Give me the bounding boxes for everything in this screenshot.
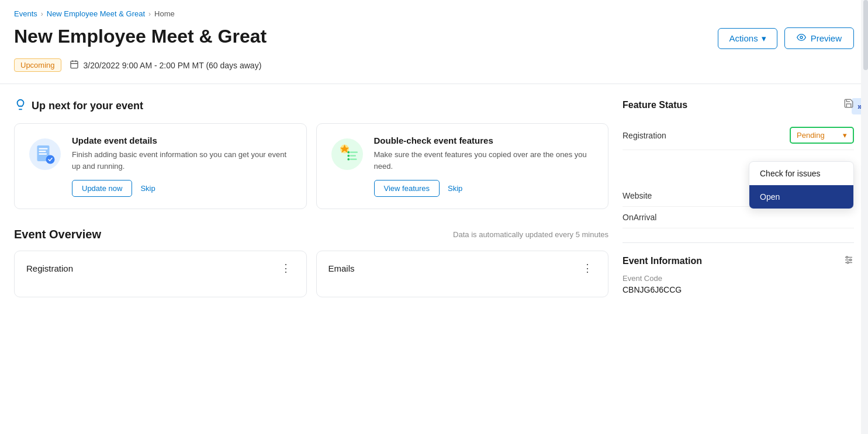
breadcrumb-sep-2: ›	[148, 10, 151, 18]
feature-status-header: Feature Status	[623, 98, 854, 112]
svg-point-23	[846, 256, 848, 258]
svg-rect-18	[350, 159, 357, 160]
preview-label: Preview	[811, 33, 842, 43]
svg-point-25	[847, 262, 849, 263]
scrollbar-area[interactable]	[861, 0, 868, 297]
registration-menu-button[interactable]: ⋮	[278, 262, 295, 275]
svg-point-0	[800, 36, 803, 39]
up-next-label: Up next for your event	[32, 100, 143, 112]
svg-rect-1	[71, 61, 78, 68]
event-info-header: Event Information	[623, 255, 854, 267]
feature-label-website: Website	[623, 191, 652, 200]
event-code-label: Event Code	[623, 274, 854, 283]
breadcrumb: Events › New Employee Meet & Great › Hom…	[0, 0, 868, 23]
status-row: Upcoming 3/20/2022 9:00 AM - 2:00 PM MT …	[0, 58, 868, 84]
skip-update-button[interactable]: Skip	[140, 184, 155, 193]
emails-menu-button[interactable]: ⋮	[580, 262, 596, 275]
event-date-text: 3/20/2022 9:00 AM - 2:00 PM MT (60 days …	[84, 61, 262, 70]
overview-title: Event Overview	[14, 228, 101, 241]
svg-point-10	[46, 155, 55, 164]
breadcrumb-current: Home	[154, 9, 175, 18]
sliders-icon	[843, 255, 854, 267]
breadcrumb-sep-1: ›	[41, 10, 43, 18]
task-update-title: Update event details	[72, 136, 295, 145]
task-update-content: Update event details Finish adding basic…	[72, 136, 295, 197]
update-now-button[interactable]: Update now	[72, 180, 132, 197]
svg-point-15	[347, 151, 350, 154]
overview-card-emails-header: Emails ⋮	[328, 262, 597, 275]
task-update-actions: Update now Skip	[72, 180, 295, 197]
overview-cards: Registration ⋮ Emails ⋮	[14, 251, 608, 297]
overview-card-registration-header: Registration ⋮	[26, 262, 295, 275]
feature-status-title: Feature Status	[623, 100, 687, 110]
task-card-features: Double-check event features Make sure th…	[316, 123, 609, 209]
task-features-desc: Make sure the event features you copied …	[374, 149, 597, 172]
auto-update-note: Data is automatically updated every 5 mi…	[453, 230, 608, 239]
svg-rect-9	[39, 154, 47, 155]
actions-label: Actions	[729, 33, 758, 43]
feature-status-section: Feature Status Registration Pending ▾	[623, 98, 854, 228]
page-title: New Employee Meet & Great	[14, 25, 267, 47]
overview-card-emails: Emails ⋮	[316, 251, 609, 297]
feature-row-registration: Registration Pending ▾	[623, 121, 854, 150]
save-icon	[843, 98, 854, 112]
feature-status-dropdown: Check for issues Open	[749, 161, 854, 209]
view-features-button[interactable]: View features	[374, 180, 440, 197]
overview-card-emails-title: Emails	[328, 263, 355, 273]
eye-icon	[797, 33, 806, 44]
header-actions: Actions ▾ Preview	[718, 27, 854, 49]
feature-label-onarrival: OnArrival	[623, 213, 656, 222]
svg-point-17	[347, 155, 350, 157]
feature-row-onarrival: OnArrival	[623, 207, 854, 228]
panel-divider	[623, 242, 854, 243]
event-info-section: Event Information Event Code CBNJG6J6CCG	[623, 255, 854, 294]
page-header: New Employee Meet & Great Actions ▾ Prev…	[0, 23, 868, 58]
preview-button[interactable]: Preview	[784, 27, 854, 49]
dropdown-item-check-issues[interactable]: Check for issues	[749, 162, 853, 185]
svg-rect-8	[39, 151, 46, 152]
svg-point-11	[331, 138, 363, 170]
task-cards-row: Update event details Finish adding basic…	[14, 123, 608, 209]
task-update-icon	[26, 136, 64, 173]
main-content: Up next for your event Up	[0, 84, 623, 297]
overview-header: Event Overview Data is automatically upd…	[14, 228, 608, 241]
task-features-content: Double-check event features Make sure th…	[374, 136, 597, 197]
main-layout: Up next for your event Up	[0, 84, 868, 297]
svg-rect-16	[350, 155, 356, 157]
scrollbar-thumb[interactable]	[863, 0, 868, 70]
overview-card-registration-title: Registration	[26, 263, 73, 273]
dropdown-item-open[interactable]: Open	[749, 185, 853, 209]
status-badge: Upcoming	[14, 58, 61, 72]
chevron-down-icon: ▾	[762, 33, 766, 44]
chevron-down-icon: ▾	[843, 131, 847, 140]
breadcrumb-events-link[interactable]: Events	[14, 9, 37, 18]
svg-rect-7	[39, 148, 48, 150]
registration-status-select[interactable]: Pending ▾	[790, 127, 854, 144]
task-features-icon	[328, 136, 366, 173]
event-date: 3/20/2022 9:00 AM - 2:00 PM MT (60 days …	[70, 60, 262, 71]
up-next-section-title: Up next for your event	[14, 98, 608, 114]
breadcrumb-event-name-link[interactable]: New Employee Meet & Great	[47, 9, 145, 18]
svg-point-19	[347, 158, 350, 161]
feature-label-registration: Registration	[623, 131, 666, 140]
skip-features-button[interactable]: Skip	[448, 184, 462, 193]
actions-button[interactable]: Actions ▾	[718, 28, 777, 49]
svg-rect-14	[350, 152, 358, 153]
svg-point-24	[850, 259, 852, 261]
event-info-title: Event Information	[623, 256, 702, 266]
right-panel: » Feature Status Registration Pending	[623, 84, 868, 297]
bulb-icon	[14, 98, 27, 114]
task-features-actions: View features Skip	[374, 180, 597, 197]
overview-card-registration: Registration ⋮	[14, 251, 307, 297]
task-features-title: Double-check event features	[374, 136, 597, 145]
task-card-update: Update event details Finish adding basic…	[14, 123, 307, 209]
event-code-value: CBNJG6J6CCG	[623, 285, 854, 294]
task-update-desc: Finish adding basic event information so…	[72, 149, 295, 172]
pending-label: Pending	[797, 131, 825, 140]
calendar-icon	[70, 60, 79, 71]
